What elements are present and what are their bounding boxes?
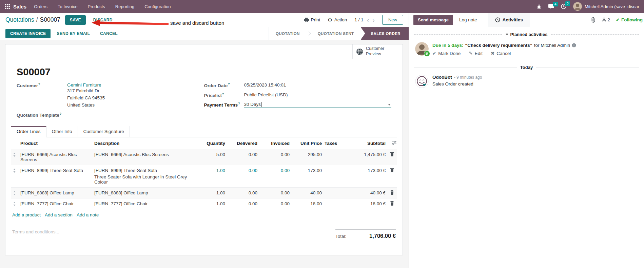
table-row[interactable]: [FURN_6666] Acoustic Bloc Screens [FURN_…: [11, 149, 397, 165]
drag-handle-icon[interactable]: [11, 149, 19, 158]
send-message-button[interactable]: Send message: [413, 15, 453, 25]
activities-clock-icon[interactable]: 2: [561, 4, 566, 9]
action-button[interactable]: ⚙ Action: [328, 17, 347, 23]
add-note-link[interactable]: Add a note: [77, 212, 99, 217]
cell-quantity[interactable]: 1.00: [198, 188, 227, 198]
cell-unit-price[interactable]: 40.00: [291, 188, 323, 198]
cell-product[interactable]: [FURN_7777] Office Chair: [19, 198, 93, 209]
print-button[interactable]: Print: [304, 17, 320, 22]
cell-invoiced[interactable]: 0.00: [259, 188, 291, 198]
cell-quantity[interactable]: 1.00: [198, 165, 227, 176]
table-row[interactable]: [FURN_7777] Office Chair [FURN_7777] Off…: [11, 198, 397, 209]
delete-line-icon[interactable]: [387, 149, 397, 157]
tab-customer-signature[interactable]: Customer Signature: [78, 126, 130, 137]
edit-activity-button[interactable]: ✎Edit: [469, 51, 483, 56]
chevron-down-icon[interactable]: [388, 104, 391, 106]
cell-taxes[interactable]: [323, 198, 350, 204]
cell-delivered[interactable]: 0.00: [227, 149, 259, 160]
delete-line-icon[interactable]: [387, 188, 397, 196]
cell-taxes[interactable]: [323, 165, 350, 171]
cell-taxes[interactable]: [323, 149, 350, 155]
col-product[interactable]: Product: [19, 137, 93, 149]
cell-taxes[interactable]: [323, 188, 350, 193]
cell-description[interactable]: [FURN_7777] Office Chair: [93, 198, 198, 209]
mark-done-button[interactable]: ✔Mark Done: [432, 51, 461, 56]
tab-order-lines[interactable]: Order Lines: [11, 126, 46, 137]
following-button[interactable]: ✔ Following: [616, 17, 643, 22]
cell-product[interactable]: [FURN_8888] Office Lamp: [19, 188, 93, 198]
cancel-button[interactable]: CANCEL: [96, 29, 122, 38]
cell-description[interactable]: [FURN_6666] Acoustic Bloc Screens: [93, 149, 198, 160]
bug-icon[interactable]: [536, 4, 542, 9]
cell-unit-price[interactable]: 18.00: [291, 198, 323, 209]
cell-delivered[interactable]: 0.00: [227, 165, 259, 176]
col-taxes[interactable]: Taxes: [323, 137, 350, 149]
cell-delivered[interactable]: 0.00: [227, 198, 259, 209]
pager-next-icon[interactable]: ›: [372, 17, 375, 23]
delete-line-icon[interactable]: [387, 198, 397, 207]
table-row[interactable]: [FURN_8999] Three-Seat Sofa [FURN_8999] …: [11, 165, 397, 188]
pricelist-value[interactable]: Public Pricelist (USD): [244, 92, 288, 98]
activities-button[interactable]: Activities: [488, 13, 530, 27]
user-menu[interactable]: Mitchell Admin (save_discar: [573, 2, 639, 11]
cell-delivered[interactable]: 0.00: [227, 188, 259, 198]
menu-configuration[interactable]: Configuration: [144, 4, 171, 9]
followers-button[interactable]: 2: [602, 17, 610, 22]
cell-quantity[interactable]: 5.00: [198, 149, 227, 160]
table-row[interactable]: [FURN_8888] Office Lamp [FURN_8888] Offi…: [11, 188, 397, 198]
menu-reporting[interactable]: Reporting: [115, 4, 134, 9]
cell-quantity[interactable]: 1.00: [198, 198, 227, 209]
add-section-link[interactable]: Add a section: [45, 212, 73, 217]
clock-icon: [495, 17, 500, 22]
optional-columns-icon[interactable]: [387, 137, 397, 149]
cell-unit-price[interactable]: 173.00: [291, 165, 323, 176]
breadcrumb-quotations[interactable]: Quotations: [5, 16, 34, 23]
col-unit-price[interactable]: Unit Price: [291, 137, 323, 149]
col-description[interactable]: Description: [93, 137, 198, 149]
order-date-value[interactable]: 05/25/2023 15:40:01: [244, 82, 286, 88]
menu-products[interactable]: Products: [87, 4, 105, 9]
cell-invoiced[interactable]: 0.00: [259, 165, 291, 176]
attachment-paperclip-icon[interactable]: [591, 17, 596, 23]
col-subtotal[interactable]: Subtotal: [350, 137, 387, 149]
col-delivered[interactable]: Delivered: [227, 137, 259, 149]
message-author[interactable]: OdooBot: [432, 75, 452, 80]
status-quotation-sent[interactable]: QUOTATION SENT: [311, 27, 361, 40]
drag-handle-icon[interactable]: [11, 188, 19, 196]
cell-description[interactable]: [FURN_8888] Office Lamp: [93, 188, 198, 198]
cell-invoiced[interactable]: 0.00: [259, 198, 291, 209]
drag-handle-icon[interactable]: [11, 165, 19, 174]
cell-invoiced[interactable]: 0.00: [259, 149, 291, 160]
payment-terms-input[interactable]: 30 Days: [244, 102, 392, 108]
menu-to-invoice[interactable]: To Invoice: [58, 4, 78, 9]
create-invoice-button[interactable]: CREATE INVOICE: [5, 29, 51, 38]
cancel-activity-button[interactable]: ✖Cancel: [491, 51, 511, 56]
app-name[interactable]: Sales: [13, 4, 26, 9]
terms-and-conditions-input[interactable]: Terms and conditions...: [12, 229, 59, 239]
menu-orders[interactable]: Orders: [34, 4, 47, 9]
status-quotation[interactable]: QUOTATION: [269, 27, 307, 40]
customer-link[interactable]: Gemini Furniture: [67, 82, 101, 88]
log-note-button[interactable]: Log note: [453, 13, 483, 27]
pager-previous-icon[interactable]: ‹: [367, 17, 369, 23]
new-button[interactable]: New: [382, 15, 403, 25]
col-quantity[interactable]: Quantity: [198, 137, 227, 149]
info-icon[interactable]: [572, 43, 576, 47]
save-button[interactable]: SAVE: [65, 15, 86, 25]
customer-preview-button[interactable]: Customer Preview: [352, 44, 403, 59]
cell-description-line2[interactable]: Three Seater Sofa with Lounger in Steel …: [94, 174, 196, 185]
cell-unit-price[interactable]: 295.00: [291, 149, 323, 160]
drag-handle-icon[interactable]: [11, 198, 19, 207]
planned-activities-toggle[interactable]: Planned activities: [506, 32, 548, 37]
cell-description[interactable]: [FURN_8999] Three-Seat Sofa: [94, 168, 196, 173]
status-sales-order[interactable]: SALES ORDER: [361, 27, 409, 40]
delete-line-icon[interactable]: [387, 165, 397, 173]
add-product-link[interactable]: Add a product: [12, 212, 41, 217]
send-by-email-button[interactable]: SEND BY EMAIL: [53, 29, 94, 38]
tab-other-info[interactable]: Other Info: [46, 126, 78, 137]
apps-grid-icon[interactable]: [5, 4, 10, 9]
cell-product[interactable]: [FURN_8999] Three-Seat Sofa: [19, 165, 93, 176]
messages-icon[interactable]: 4: [548, 4, 554, 9]
cell-product[interactable]: [FURN_6666] Acoustic Bloc Screens: [19, 149, 93, 165]
col-invoiced[interactable]: Invoiced: [259, 137, 291, 149]
